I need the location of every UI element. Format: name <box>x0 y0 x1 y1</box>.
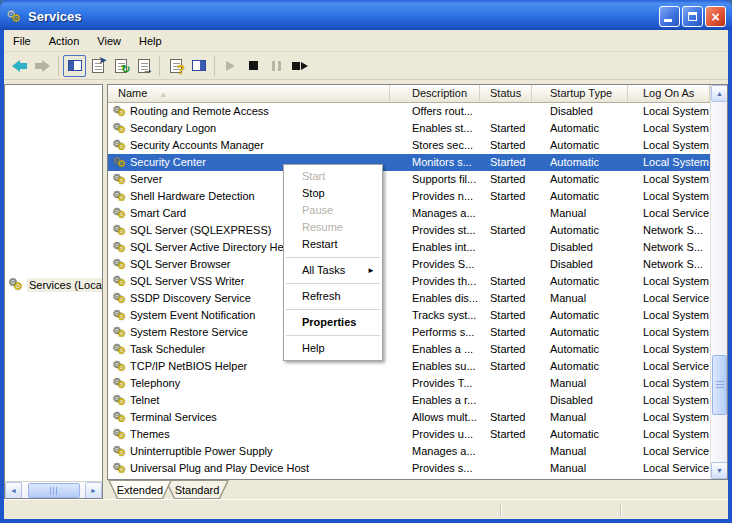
restart-service-button[interactable] <box>288 55 311 77</box>
service-name: Security Accounts Manager <box>130 137 264 154</box>
forward-icon <box>35 60 50 72</box>
sidebar-horizontal-scrollbar[interactable]: ◄ ► <box>5 481 102 498</box>
table-row[interactable]: ⚙⚙Terminal Services Allows mult... Start… <box>108 409 710 426</box>
context-menu-item-refresh[interactable]: Refresh <box>284 288 382 305</box>
table-row[interactable]: ⚙⚙SSDP Discovery Service Enables dis... … <box>108 290 710 307</box>
table-row[interactable]: ⚙⚙Telnet Enables a r... Disabled Local S… <box>108 392 710 409</box>
service-gear-icon: ⚙⚙ <box>113 462 127 476</box>
context-menu-item-help[interactable]: Help <box>284 340 382 357</box>
service-log-on-as: Local System <box>628 188 710 205</box>
help-icon: ? <box>170 59 182 73</box>
service-name: Security Center <box>130 154 206 171</box>
table-row[interactable]: ⚙⚙Secondary Logon Enables st... Started … <box>108 120 710 137</box>
service-startup-type: Disabled <box>532 103 628 120</box>
menu-separator <box>286 309 380 310</box>
maximize-button[interactable] <box>682 6 703 27</box>
service-name: Telnet <box>130 392 159 409</box>
context-menu-item-all-tasks[interactable]: All Tasks► <box>284 262 382 279</box>
service-log-on-as: Network S... <box>628 222 710 239</box>
context-menu-item-pause: Pause <box>284 202 382 219</box>
service-startup-type: Automatic <box>532 137 628 154</box>
forward-button <box>31 55 54 77</box>
refresh-button[interactable]: ↻ <box>109 55 132 77</box>
service-startup-type: Manual <box>532 460 628 477</box>
service-description: Supports fil... <box>390 171 480 188</box>
service-name: SQL Server Active Directory He <box>130 239 284 256</box>
service-startup-type: Manual <box>532 375 628 392</box>
minimize-button[interactable] <box>659 6 680 27</box>
context-menu-item-stop[interactable]: Stop <box>284 185 382 202</box>
context-menu-item-start: Start <box>284 168 382 185</box>
menu-action[interactable]: Action <box>40 32 89 50</box>
column-header-startup-type[interactable]: Startup Type <box>532 85 628 102</box>
tab-standard[interactable]: Standard <box>165 480 229 499</box>
toolbar-separator <box>159 56 160 76</box>
context-menu-item-properties[interactable]: Properties <box>284 314 382 331</box>
table-row[interactable]: ⚙⚙Task Scheduler Enables a ... Started A… <box>108 341 710 358</box>
show-console-tree-button[interactable] <box>63 55 86 77</box>
table-row[interactable]: ⚙⚙Shell Hardware Detection Provides n...… <box>108 188 710 205</box>
properties-button[interactable]: ➤ <box>86 55 109 77</box>
column-header-description[interactable]: Description <box>390 85 480 102</box>
service-gear-icon: ⚙⚙ <box>113 292 127 306</box>
scroll-down-button[interactable]: ▼ <box>711 462 728 479</box>
close-button[interactable]: × <box>705 6 726 27</box>
help-button[interactable]: ? <box>164 55 187 77</box>
service-status <box>480 375 532 392</box>
column-headers: Name▲ Description Status Startup Type Lo… <box>108 85 710 103</box>
service-startup-type: Manual <box>532 205 628 222</box>
column-header-status[interactable]: Status <box>480 85 532 102</box>
vertical-scrollbar[interactable]: ▲ ▼ <box>710 85 727 479</box>
table-row[interactable]: ⚙⚙TCP/IP NetBIOS Helper Enables su... St… <box>108 358 710 375</box>
service-description: Offers rout... <box>390 103 480 120</box>
service-description: Enables a ... <box>390 341 480 358</box>
service-gear-icon: ⚙⚙ <box>113 105 127 119</box>
service-gear-icon: ⚙⚙ <box>113 309 127 323</box>
menu-view[interactable]: View <box>88 32 130 50</box>
table-row[interactable]: ⚙⚙Smart Card Manages a... Manual Local S… <box>108 205 710 222</box>
back-button[interactable] <box>8 55 31 77</box>
show-action-pane-button[interactable] <box>187 55 210 77</box>
table-row[interactable]: ⚙⚙SQL Server VSS Writer Provides th... S… <box>108 273 710 290</box>
service-log-on-as: Local Service <box>628 358 710 375</box>
service-name: SQL Server (SQLEXPRESS) <box>130 222 271 239</box>
scroll-up-button[interactable]: ▲ <box>711 85 728 102</box>
service-log-on-as: Local Service <box>628 460 710 477</box>
service-startup-type: Automatic <box>532 341 628 358</box>
table-row[interactable]: ⚙⚙Themes Provides u... Started Automatic… <box>108 426 710 443</box>
table-row[interactable]: ⚙⚙Telephony Provides T... Manual Local S… <box>108 375 710 392</box>
table-row[interactable]: ⚙⚙Security Accounts Manager Stores sec..… <box>108 137 710 154</box>
export-list-button[interactable]: → <box>132 55 155 77</box>
scroll-left-button[interactable]: ◄ <box>5 482 22 499</box>
table-row[interactable]: ⚙⚙Server Supports fil... Started Automat… <box>108 171 710 188</box>
tab-extended[interactable]: Extended <box>108 480 172 499</box>
column-header-name[interactable]: Name▲ <box>108 85 390 102</box>
table-row[interactable]: ⚙⚙Uninterruptible Power Supply Manages a… <box>108 443 710 460</box>
menu-help[interactable]: Help <box>130 32 171 50</box>
table-row[interactable]: ⚙⚙System Event Notification Tracks syst.… <box>108 307 710 324</box>
menu-file[interactable]: File <box>4 32 40 50</box>
column-header-log-on-as[interactable]: Log On As <box>628 85 710 102</box>
context-menu: StartStopPauseResumeRestartAll Tasks►Ref… <box>283 164 383 361</box>
service-log-on-as: Local System <box>628 341 710 358</box>
table-row[interactable]: ⚙⚙Security Center Monitors s... Started … <box>108 154 710 171</box>
service-status <box>480 392 532 409</box>
service-gear-icon: ⚙⚙ <box>113 173 127 187</box>
table-row[interactable]: ⚙⚙SQL Server (SQLEXPRESS) Provides st...… <box>108 222 710 239</box>
scroll-right-button[interactable]: ► <box>85 482 102 499</box>
table-row[interactable]: ⚙⚙Universal Plug and Play Device Host Pr… <box>108 460 710 477</box>
service-startup-type: Automatic <box>532 171 628 188</box>
service-status <box>480 205 532 222</box>
service-status: Started <box>480 358 532 375</box>
table-row[interactable]: ⚙⚙SQL Server Browser Provides S... Disab… <box>108 256 710 273</box>
horizontal-scroll-thumb[interactable] <box>28 483 80 498</box>
stop-service-button[interactable] <box>242 55 265 77</box>
service-description: Manages a... <box>390 205 480 222</box>
sidebar-item-services-local[interactable]: ⚙⚙ Services (Local) <box>5 85 102 481</box>
table-row[interactable]: ⚙⚙SQL Server Active Directory He Enables… <box>108 239 710 256</box>
table-row[interactable]: ⚙⚙Routing and Remote Access Offers rout.… <box>108 103 710 120</box>
vertical-scroll-thumb[interactable] <box>712 355 727 415</box>
context-menu-item-restart[interactable]: Restart <box>284 236 382 253</box>
table-row[interactable]: ⚙⚙System Restore Service Performs s... S… <box>108 324 710 341</box>
service-name: System Event Notification <box>130 307 255 324</box>
